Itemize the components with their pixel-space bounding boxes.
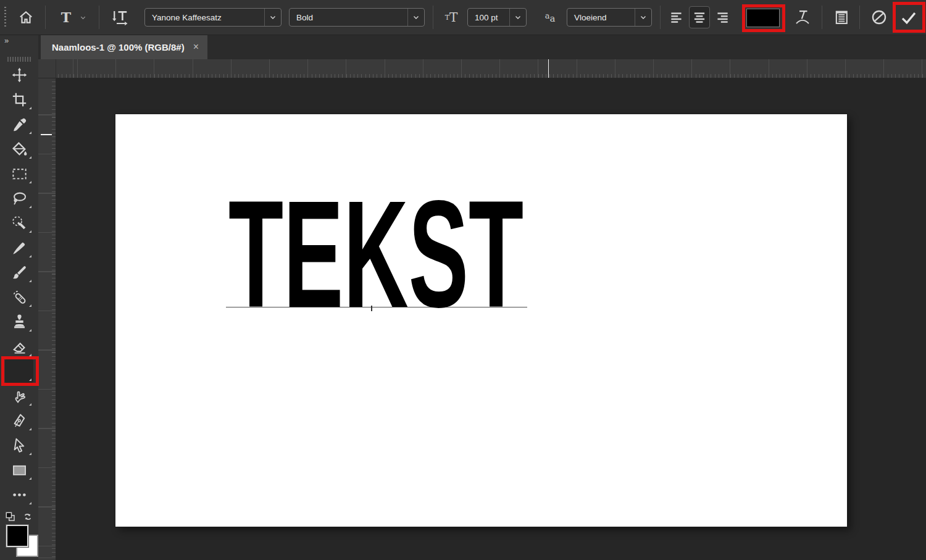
foreground-color-swatch[interactable] [6,525,28,547]
color-swatches-widget [0,510,38,560]
separator [660,6,661,29]
document-tab-title: Naamloos-1 @ 100% (RGB/8#) [52,42,185,52]
align-center-icon [691,9,707,25]
paint-bucket-tool[interactable] [0,136,38,161]
anti-alias-icon-a2: a [549,13,555,24]
default-colors-icon[interactable] [5,511,16,522]
separator [45,6,46,29]
swap-colors-icon[interactable] [22,511,33,522]
anti-alias-value: Vloeiend [567,13,635,22]
align-center-button[interactable] [690,7,709,28]
tools-panel-grip[interactable] [7,57,31,62]
spot-healing-brush-tool[interactable] [0,235,38,260]
text-orientation-button[interactable] [109,7,131,27]
annotation-box-commit-button [893,2,925,33]
cursor-position-marker-h [548,59,549,78]
pen-tool[interactable] [0,408,38,433]
more-tools[interactable] [0,482,38,507]
font-size-icon: TT [439,7,464,27]
ruler-ticks [52,78,56,560]
separator [822,6,822,29]
align-left-icon [669,9,685,25]
annotation-box-type-tool [1,356,39,386]
separator [99,6,99,29]
crop-tool[interactable] [0,87,38,112]
font-family-chevron[interactable] [264,9,281,26]
align-left-button[interactable] [667,7,686,28]
font-style-select[interactable]: Bold [289,8,425,27]
font-style-value: Bold [290,13,407,22]
anti-alias-chevron[interactable] [635,9,651,26]
document-canvas[interactable]: TEKST [115,114,847,527]
clone-stamp-tool[interactable] [0,309,38,334]
document-tab[interactable]: Naamloos-1 @ 100% (RGB/8#) × [41,35,207,59]
font-size-icon-big-t: T [449,10,457,25]
smudge-tool[interactable] [0,383,38,408]
healing-brush-tool[interactable] [0,285,38,309]
options-bar: T Yanone Kaffeesatz Bold TT 100 pt aa Vl… [0,0,926,35]
annotation-box-color-swatch [742,4,785,32]
warp-text-icon [793,8,812,27]
document-tab-bar: Naamloos-1 @ 100% (RGB/8#) × [38,35,926,59]
cursor-position-marker-v [41,134,52,135]
separator [859,6,860,29]
marquee-tool[interactable] [0,161,38,186]
home-icon [18,9,34,25]
font-size-select[interactable]: 100 pt [467,8,527,27]
anti-alias-icon-a1: a [545,11,550,20]
font-family-value: Yanone Kaffeesatz [145,13,264,22]
cancel-icon [870,9,888,26]
cancel-edit-button[interactable] [868,7,890,27]
canvas-type-text[interactable]: TEKST [228,169,523,339]
home-button[interactable] [17,9,35,26]
chevron-down-icon [79,14,87,22]
chevron-down-icon [269,13,277,22]
brush-tool[interactable] [0,260,38,285]
quick-selection-tool[interactable] [0,211,38,235]
horizontal-ruler[interactable] [38,59,926,78]
font-size-icon-small-t: T [445,14,449,22]
align-right-icon [714,9,730,25]
chevron-down-icon [412,13,420,22]
anti-alias-select[interactable]: Vloeiend [567,8,652,27]
tab-close-icon[interactable]: × [193,41,199,52]
separator [433,6,433,29]
shape-tool[interactable] [0,458,38,482]
font-size-chevron[interactable] [509,9,526,26]
text-orientation-icon [111,8,129,27]
type-tool-badge-icon: T [61,9,71,25]
tool-preset-chevron[interactable] [78,12,88,22]
font-style-chevron[interactable] [407,9,424,26]
lasso-tool[interactable] [0,186,38,211]
tools-panel: » [0,35,38,560]
chevron-down-icon [514,13,522,22]
font-size-value: 100 pt [468,13,509,22]
align-right-button[interactable] [712,7,732,28]
tools-list [0,62,38,507]
collapse-panel-chevrons[interactable]: » [4,36,9,45]
chevron-down-icon [639,13,648,22]
move-tool[interactable] [0,62,38,87]
active-tool-badge[interactable]: T [57,7,75,27]
warp-text-button[interactable] [791,6,814,28]
anti-alias-icon: aa [538,7,562,27]
panels-button[interactable] [830,7,853,27]
canvas-text-layer: TEKST [115,114,847,527]
eraser-tool[interactable] [0,334,38,359]
ruler-ticks [38,74,926,78]
vertical-ruler[interactable] [38,78,56,560]
font-family-select[interactable]: Yanone Kaffeesatz [144,8,282,27]
eyedropper-tool[interactable] [0,112,38,136]
options-bar-grip[interactable] [4,7,6,28]
panels-icon [833,9,850,26]
ruler-origin-corner[interactable] [38,59,56,78]
direct-selection-tool[interactable] [0,433,38,458]
